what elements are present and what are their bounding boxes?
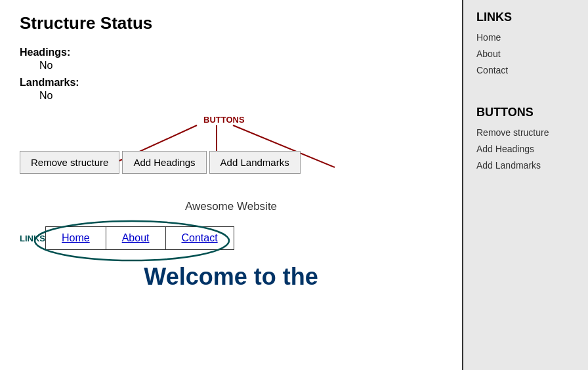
- headings-value: No: [39, 60, 442, 72]
- remove-structure-button[interactable]: Remove structure: [20, 151, 119, 174]
- links-oval-container: Home About Contact: [45, 226, 234, 250]
- sidebar-link-contact[interactable]: Contact: [476, 62, 575, 79]
- sidebar-button-remove: Remove structure: [476, 125, 575, 141]
- sidebar-button-add-landmarks: Add Landmarks: [476, 157, 575, 174]
- sidebar-links-title: LINKS: [476, 10, 575, 24]
- website-label: Awesome Website: [20, 200, 442, 213]
- page-title: Structure Status: [20, 13, 442, 33]
- sidebar-links-section: LINKS Home About Contact: [476, 10, 575, 79]
- svg-text:BUTTONS: BUTTONS: [203, 115, 245, 125]
- nav-link-home[interactable]: Home: [46, 227, 106, 249]
- sidebar-buttons-list: Remove structure Add Headings Add Landma…: [476, 125, 575, 175]
- links-nav-wrapper: LINKS Home About Contact: [20, 226, 442, 250]
- sidebar-links-list: Home About Contact: [476, 30, 575, 79]
- landmarks-label: Landmarks:: [20, 77, 442, 89]
- sidebar-button-add-headings: Add Headings: [476, 141, 575, 157]
- sidebar-link-about[interactable]: About: [476, 46, 575, 62]
- sidebar-buttons-title: BUTTONS: [476, 106, 575, 119]
- nav-link-about[interactable]: About: [106, 227, 166, 249]
- nav-link-contact[interactable]: Contact: [166, 227, 234, 249]
- sidebar-link-home[interactable]: Home: [476, 30, 575, 46]
- links-annotation-label: LINKS: [20, 234, 45, 243]
- headings-label: Headings:: [20, 47, 442, 58]
- sidebar: LINKS Home About Contact BUTTONS Remove …: [463, 0, 588, 370]
- links-nav: Home About Contact: [45, 226, 234, 250]
- main-content: Structure Status Headings: No Landmarks:…: [0, 0, 463, 370]
- add-landmarks-button[interactable]: Add Landmarks: [209, 151, 301, 174]
- status-section: Headings: No Landmarks: No: [20, 47, 442, 102]
- landmarks-value: No: [39, 90, 442, 102]
- welcome-heading: Welcome to the: [20, 263, 442, 291]
- buttons-row: Remove structure Add Headings Add Landma…: [20, 151, 301, 174]
- add-headings-button[interactable]: Add Headings: [122, 151, 206, 174]
- sidebar-buttons-section: BUTTONS Remove structure Add Headings Ad…: [476, 106, 575, 175]
